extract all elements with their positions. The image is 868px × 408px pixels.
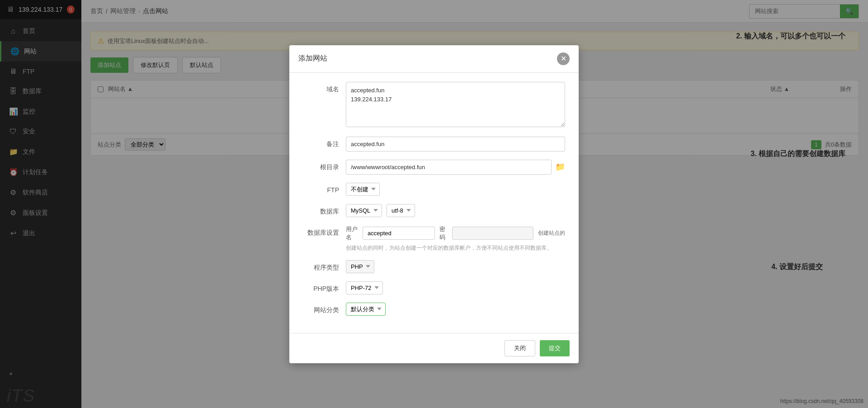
submit-button[interactable]: 提交 [540, 340, 570, 356]
modal-title: 添加网站 [298, 54, 327, 63]
site-category-row: 网站分类 默认分类 [303, 303, 565, 316]
db-create-hint: 创建站点的 [538, 229, 565, 237]
modal-body: 域名 accepted.fun 139.224.133.17 备注 accept… [289, 73, 579, 333]
prog-type-row: 程序类型 PHP [303, 260, 565, 273]
db-password-input[interactable] [452, 227, 533, 240]
db-username-label: 用户名 [346, 225, 358, 242]
root-label: 根目录 [303, 160, 339, 171]
db-user-row: 用户名 accepted 密码 创建站点的 [346, 225, 565, 242]
db-settings-label: 数据库设置 [303, 225, 339, 237]
db-label: 数据库 [303, 204, 339, 216]
prog-label: 程序类型 [303, 260, 339, 272]
modal-overlay[interactable]: 添加网站 ✕ 域名 accepted.fun 139.224.133.17 备注… [0, 0, 868, 408]
note-control: accepted.fun [346, 137, 565, 152]
php-version-label: PHP版本 [303, 281, 339, 293]
db-encode-select[interactable]: utf-8 [387, 204, 415, 217]
add-site-modal: 添加网站 ✕ 域名 accepted.fun 139.224.133.17 备注… [289, 45, 579, 363]
db-selects-row: MySQL utf-8 [346, 204, 565, 217]
root-input-group: /www/wwwroot/accepted.fun 📁 [346, 160, 565, 175]
root-row: 根目录 /www/wwwroot/accepted.fun 📁 [303, 160, 565, 175]
prog-type-select[interactable]: PHP [346, 260, 374, 273]
root-control: /www/wwwroot/accepted.fun 📁 [346, 160, 565, 175]
domain-row: 域名 accepted.fun 139.224.133.17 [303, 82, 565, 128]
db-settings-row: 数据库设置 用户名 accepted 密码 创建站点的 创建站点的同时，为站点创… [303, 225, 565, 252]
db-hint-text: 创建站点的同时，为站点创建一个对应的数据库帐户，方便不同站点使用不同数据库。 [346, 244, 565, 252]
db-settings-content: 用户名 accepted 密码 创建站点的 创建站点的同时，为站点创建一个对应的… [346, 225, 565, 252]
domain-label: 域名 [303, 82, 339, 94]
database-row: 数据库 MySQL utf-8 [303, 204, 565, 217]
ftp-label: FTP [303, 183, 339, 194]
ftp-row: FTP 不创建 [303, 183, 565, 196]
domain-textarea[interactable]: accepted.fun 139.224.133.17 [346, 82, 565, 127]
modal-close-button[interactable]: ✕ [557, 52, 570, 65]
folder-browse-icon[interactable]: 📁 [555, 162, 565, 172]
ftp-control: 不创建 [346, 183, 565, 196]
php-version-row: PHP版本 PHP-72 [303, 281, 565, 294]
db-username-input[interactable]: accepted [363, 227, 435, 240]
db-password-label: 密码 [439, 225, 448, 242]
root-input[interactable]: /www/wwwroot/accepted.fun [346, 160, 552, 175]
php-version-control: PHP-72 [346, 281, 565, 294]
prog-control: PHP [346, 260, 565, 273]
cancel-button[interactable]: 关闭 [505, 340, 535, 356]
modal-footer: 关闭 提交 [289, 333, 579, 363]
domain-control: accepted.fun 139.224.133.17 [346, 82, 565, 128]
site-cat-label: 网站分类 [303, 303, 339, 314]
db-control: MySQL utf-8 [346, 204, 565, 217]
note-label: 备注 [303, 137, 339, 148]
ftp-select[interactable]: 不创建 [346, 183, 380, 196]
site-category-select[interactable]: 默认分类 [346, 303, 386, 316]
php-version-select[interactable]: PHP-72 [346, 281, 383, 294]
note-input[interactable]: accepted.fun [346, 137, 565, 152]
modal-header: 添加网站 ✕ [289, 45, 579, 73]
note-row: 备注 accepted.fun [303, 137, 565, 152]
db-type-select[interactable]: MySQL [346, 204, 382, 217]
site-cat-control: 默认分类 [346, 303, 565, 316]
